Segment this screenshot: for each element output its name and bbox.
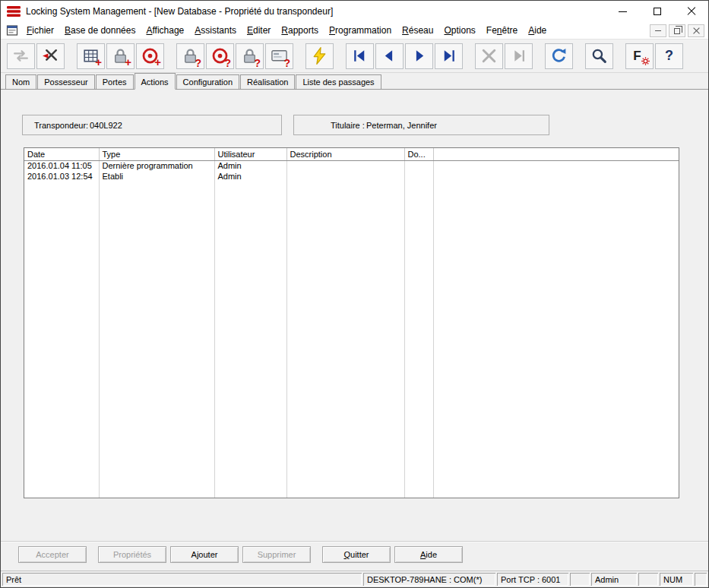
plus-overlay-icon [95, 56, 102, 68]
menu-fenetre[interactable]: Fenêtre [481, 23, 523, 38]
new-lock-button[interactable] [106, 43, 135, 69]
read-transponder-button[interactable] [206, 43, 234, 69]
label-part: ichier [32, 25, 54, 36]
label-part: Q [343, 550, 350, 559]
menu-fichier[interactable]: Fichier [21, 23, 59, 38]
label-part: diter [253, 25, 271, 36]
read-lock-button[interactable] [176, 43, 204, 69]
cell-blank [433, 160, 679, 172]
cell-date: 2016.01.04 11:05 [24, 160, 99, 172]
window-controls [606, 1, 708, 22]
menu-options[interactable]: Options [438, 23, 480, 38]
tab-actions[interactable]: Actions [135, 73, 176, 90]
tab-portes[interactable]: Portes [96, 74, 134, 89]
mdi-close-button[interactable] [688, 24, 704, 37]
cell-blank [433, 172, 679, 183]
help-question-icon [665, 48, 673, 64]
menu-base-de-donnees[interactable]: Base de données [59, 23, 141, 38]
status-ready: Prêt [2, 573, 362, 586]
table-filler-row [24, 183, 679, 498]
tab-strip: Nom Possesseur Portes Actions Configurat… [1, 73, 708, 90]
help-button[interactable] [655, 43, 683, 69]
maximize-button[interactable] [640, 1, 674, 22]
status-host: DESKTOP-789HANE : COM(*) [363, 573, 495, 586]
new-matrix-button[interactable] [77, 43, 105, 69]
quit-button[interactable]: Quitter [322, 546, 391, 563]
label-part: être [502, 25, 518, 36]
tab-nom[interactable]: Nom [5, 74, 36, 89]
nav-first-icon [350, 46, 369, 65]
label-part: Ajouter [191, 550, 218, 559]
label-part: ide [534, 25, 546, 36]
minimize-button[interactable] [606, 1, 640, 22]
new-transponder-button[interactable] [136, 43, 164, 69]
status-bar: Prêt DESKTOP-789HANE : COM(*) Port TCP :… [1, 571, 708, 587]
add-button[interactable]: Ajouter [170, 546, 239, 563]
menu-programmation[interactable]: Programmation [324, 23, 397, 38]
mdi-restore-button[interactable] [669, 24, 685, 37]
question-overlay-icon [254, 58, 261, 68]
minimize-icon [619, 11, 627, 12]
close-icon [687, 7, 696, 16]
column-header-description[interactable]: Description [286, 148, 404, 160]
tab-liste-des-passages[interactable]: Liste des passages [296, 74, 381, 89]
cell-description [286, 172, 404, 183]
question-overlay-icon [224, 58, 231, 68]
tab-configuration[interactable]: Configuration [176, 74, 239, 89]
menu-rapports[interactable]: Rapports [276, 23, 324, 38]
nav-first-button[interactable] [346, 43, 374, 69]
dialog-button-row: Accepter Propriétés Ajouter Supprimer Qu… [1, 546, 708, 566]
menu-editer[interactable]: Editer [242, 23, 276, 38]
menu-aide[interactable]: Aide [523, 23, 552, 38]
filter-settings-button[interactable] [625, 43, 654, 69]
cell-type: Etabli [99, 172, 214, 183]
nav-last-button[interactable] [435, 43, 463, 69]
holder-field: Titulaire : Peterman, Jennifer [293, 115, 549, 135]
label-part: A [420, 550, 426, 559]
cell-document [404, 172, 433, 183]
transfer-button [7, 43, 35, 69]
column-header-document[interactable]: Do... [404, 148, 433, 160]
status-numlock: NUM [660, 573, 693, 586]
skip-icon [509, 46, 528, 65]
status-user: Admin [591, 573, 637, 586]
mdi-system-icon[interactable] [6, 24, 18, 36]
label-part: R [281, 25, 288, 36]
label-part: ptions [451, 25, 476, 36]
menu-assistants[interactable]: Assistants [189, 23, 242, 38]
nav-next-button[interactable] [405, 43, 433, 69]
cancel-nav-button [475, 43, 503, 69]
column-header-date[interactable]: Date [24, 148, 99, 160]
transfer-arrows-icon [11, 46, 30, 65]
label-part: Accepter [36, 550, 68, 559]
table-row[interactable]: 2016.01.03 12:54 Etabli Admin [24, 172, 679, 183]
read-card-button[interactable] [265, 43, 293, 69]
search-button[interactable] [585, 43, 613, 69]
tab-realisation[interactable]: Réalisation [240, 74, 295, 89]
menu-reseau[interactable]: Réseau [397, 23, 438, 38]
column-header-utilisateur[interactable]: Utilisateur [214, 148, 286, 160]
label-part: éseau [409, 25, 434, 36]
title-bar: Locking System Management - [New Databas… [1, 1, 708, 22]
help-dialog-button[interactable]: Aide [394, 546, 463, 563]
program-button[interactable] [305, 43, 334, 69]
nav-last-icon [439, 46, 458, 65]
refresh-icon [549, 46, 568, 65]
app-logo-icon [7, 5, 21, 17]
status-spacer [695, 573, 707, 586]
window-title: Locking System Management - [New Databas… [26, 6, 333, 17]
label-part: ase de données [71, 25, 135, 36]
tab-possesseur[interactable]: Possesseur [37, 74, 94, 89]
mdi-minimize-button[interactable] [650, 24, 666, 37]
table-row[interactable]: 2016.01.04 11:05 Dernière programmation … [24, 160, 679, 172]
label-part: B [65, 25, 71, 36]
search-icon [590, 46, 609, 65]
label-part: O [444, 25, 451, 36]
refresh-button[interactable] [545, 43, 573, 69]
read-mifare-lock-button[interactable] [236, 43, 264, 69]
disconnect-button[interactable] [36, 43, 65, 69]
menu-affichage[interactable]: Affichage [141, 23, 189, 38]
nav-prev-button[interactable] [375, 43, 404, 69]
column-header-type[interactable]: Type [99, 148, 214, 160]
close-button[interactable] [674, 1, 708, 22]
